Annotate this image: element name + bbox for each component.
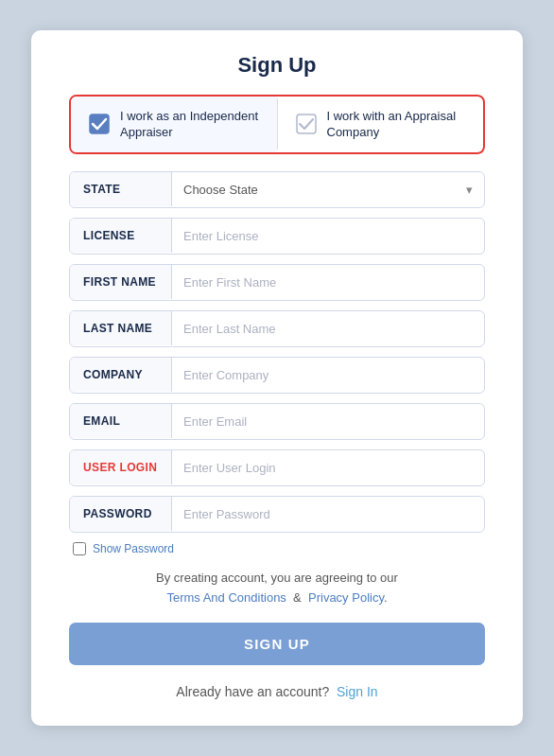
label-company: COMPANY	[70, 358, 172, 392]
input-email[interactable]	[172, 404, 484, 439]
input-password[interactable]	[172, 497, 484, 532]
label-firstname: FIRST NAME	[70, 265, 172, 299]
role-label-company: I work with an Appraisal Company	[327, 108, 467, 141]
role-option-company[interactable]: I work with an Appraisal Company	[278, 97, 484, 152]
label-userlogin: USER LOGIN	[70, 450, 172, 484]
input-userlogin[interactable]	[172, 450, 484, 485]
field-password: PASSWORD	[69, 496, 485, 533]
field-firstname: FIRST NAME	[69, 264, 485, 301]
input-state[interactable]: Choose State Alabama Alaska Arizona Arka…	[172, 172, 466, 207]
checkbox-checked-icon	[88, 113, 111, 135]
show-password-row: Show Password	[73, 542, 485, 555]
chevron-down-icon: ▾	[466, 183, 484, 197]
role-label-independent: I work as an Independent Appraiser	[120, 108, 260, 141]
checkbox-unchecked-icon	[295, 113, 318, 135]
show-password-checkbox[interactable]	[73, 542, 86, 555]
terms-link[interactable]: Terms And Conditions	[166, 590, 286, 605]
signup-card: Sign Up I work as an Independent Apprais…	[31, 30, 523, 727]
input-lastname[interactable]	[172, 311, 484, 346]
label-email: EMAIL	[70, 404, 172, 438]
field-userlogin: USER LOGIN	[69, 449, 485, 486]
label-state: STATE	[70, 172, 172, 206]
input-company[interactable]	[172, 358, 484, 393]
role-selector: I work as an Independent Appraiser I wor…	[69, 95, 485, 154]
field-email: EMAIL	[69, 403, 485, 440]
label-license: LICENSE	[70, 219, 172, 253]
label-lastname: LAST NAME	[70, 311, 172, 345]
field-license: LICENSE	[69, 218, 485, 255]
label-password: PASSWORD	[70, 497, 172, 531]
page-title: Sign Up	[69, 53, 485, 78]
input-firstname[interactable]	[172, 265, 484, 300]
signup-button[interactable]: SIGN UP	[69, 623, 485, 665]
signin-link[interactable]: Sign In	[337, 684, 378, 699]
role-option-independent[interactable]: I work as an Independent Appraiser	[71, 97, 277, 152]
agreement-text: By creating account, you are agreeing to…	[69, 569, 485, 608]
show-password-label[interactable]: Show Password	[93, 542, 174, 555]
field-company: COMPANY	[69, 357, 485, 394]
input-license[interactable]	[172, 219, 484, 254]
field-state: STATE Choose State Alabama Alaska Arizon…	[69, 171, 485, 208]
signin-row: Already have an account? Sign In	[69, 684, 485, 699]
field-lastname: LAST NAME	[69, 310, 485, 347]
privacy-link[interactable]: Privacy Policy	[308, 590, 384, 605]
